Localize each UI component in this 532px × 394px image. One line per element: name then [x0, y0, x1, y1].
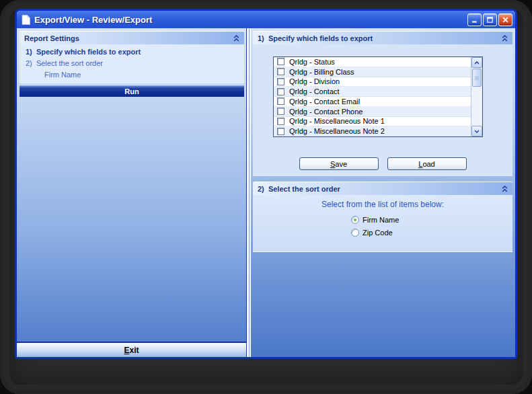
- sort-panel-header-label: 2) Select the sort order: [258, 185, 340, 193]
- scrollbar[interactable]: [471, 57, 482, 136]
- fields-panel-header-label: 1) Specify which fields to export: [258, 34, 373, 42]
- minimize-icon: [471, 17, 478, 23]
- panel-gap: [253, 176, 512, 182]
- step-item-2[interactable]: 2) Select the sort order: [20, 58, 244, 69]
- field-row[interactable]: Qrldg - Contact: [274, 87, 471, 97]
- field-checkbox[interactable]: [277, 97, 284, 105]
- close-button[interactable]: [498, 13, 512, 26]
- fields-panel: Qrldg - Status Qrldg - Billing Class Qrl…: [253, 44, 512, 176]
- scroll-up-button[interactable]: [471, 57, 482, 68]
- field-row[interactable]: Qrldg - Billing Class: [274, 67, 471, 77]
- field-row[interactable]: Qrldg - Status: [274, 57, 471, 67]
- field-label: Qrldg - Billing Class: [289, 68, 354, 76]
- field-row[interactable]: Qrldg - Division: [274, 77, 471, 87]
- collapse-chevron-icon: [502, 35, 508, 42]
- right-panel: 1) Specify which fields to export Qrldg: [251, 28, 515, 357]
- left-panel-background: [20, 97, 244, 342]
- fields-panel-header: 1) Specify which fields to export: [253, 31, 512, 44]
- radio-control[interactable]: [351, 229, 359, 237]
- field-label: Qrldg - Status: [289, 58, 335, 66]
- document-icon: [22, 15, 30, 25]
- load-button[interactable]: Load: [387, 157, 467, 170]
- steps-list: 1) Specify which fields to export 2) Sel…: [20, 44, 244, 83]
- field-label: Qrldg - Miscellaneous Note 2: [289, 127, 385, 135]
- right-panel-background: [253, 252, 512, 357]
- field-checkbox[interactable]: [277, 78, 284, 85]
- field-label: Qrldg - Miscellaneous Note 1: [289, 117, 385, 125]
- collapse-chevron-icon: [233, 35, 239, 42]
- report-settings-header: Report Settings: [20, 31, 244, 44]
- report-settings-panel: Report Settings 1) Specify which fields …: [17, 28, 246, 357]
- field-label: Qrldg - Contact Email: [289, 97, 360, 106]
- field-checkbox[interactable]: [277, 128, 284, 135]
- export-view-window: Export/View - Review/Export: [15, 9, 517, 359]
- scroll-down-button[interactable]: [471, 126, 482, 136]
- run-button[interactable]: Run: [20, 85, 244, 97]
- radio-option[interactable]: Firm Name: [351, 216, 512, 224]
- sort-options: Firm Name Zip Code: [351, 216, 512, 237]
- radio-control[interactable]: [351, 216, 359, 224]
- sort-panel: Select from the list of items below: Fir…: [253, 195, 512, 252]
- fields-listbox: Qrldg - Status Qrldg - Billing Class Qrl…: [273, 56, 483, 137]
- field-checkbox[interactable]: [277, 58, 284, 65]
- panel-divider: [246, 28, 251, 357]
- report-settings-header-label: Report Settings: [24, 34, 79, 42]
- window-title: Export/View - Review/Export: [34, 15, 152, 25]
- field-row[interactable]: Qrldg - Contact Email: [274, 97, 471, 107]
- field-row[interactable]: Qrldg - Miscellaneous Note 2: [274, 126, 471, 136]
- field-row[interactable]: Qrldg - Contact Phone: [274, 107, 471, 117]
- collapse-chevron-icon: [502, 186, 508, 192]
- scroll-up-icon: [474, 61, 480, 65]
- collapse-button[interactable]: [233, 35, 239, 42]
- maximize-button[interactable]: [483, 13, 497, 26]
- fields-collapse-button[interactable]: [502, 35, 508, 42]
- sort-panel-header: 2) Select the sort order: [253, 182, 512, 195]
- radio-option[interactable]: Zip Code: [351, 229, 512, 237]
- scroll-thumb[interactable]: [472, 69, 482, 87]
- exit-button[interactable]: Exit: [17, 344, 246, 357]
- field-checkbox[interactable]: [277, 108, 284, 115]
- radio-label: Zip Code: [363, 229, 393, 237]
- field-label: Qrldg - Division: [289, 77, 340, 85]
- field-label: Qrldg - Contact: [289, 87, 340, 95]
- close-icon: [502, 17, 508, 23]
- selected-sort-label: Firm Name: [20, 69, 244, 81]
- radio-label: Firm Name: [363, 216, 399, 224]
- maximize-icon: [487, 17, 493, 23]
- fields-list: Qrldg - Status Qrldg - Billing Class Qrl…: [274, 57, 471, 136]
- step-item-1[interactable]: 1) Specify which fields to export: [20, 46, 244, 58]
- field-checkbox[interactable]: [277, 118, 284, 125]
- minimize-button[interactable]: [467, 13, 482, 26]
- field-row[interactable]: Qrldg - Miscellaneous Note 1: [274, 117, 471, 127]
- field-label: Qrldg - Contact Phone: [289, 108, 363, 116]
- save-button[interactable]: Save: [299, 157, 379, 170]
- field-checkbox[interactable]: [277, 88, 284, 95]
- field-checkbox[interactable]: [277, 68, 284, 75]
- sort-prompt: Select from the list of items below:: [253, 200, 512, 209]
- scroll-down-icon: [474, 130, 480, 133]
- sort-collapse-button[interactable]: [502, 186, 508, 192]
- radio-dot: [354, 219, 356, 221]
- titlebar[interactable]: Export/View - Review/Export: [17, 11, 515, 28]
